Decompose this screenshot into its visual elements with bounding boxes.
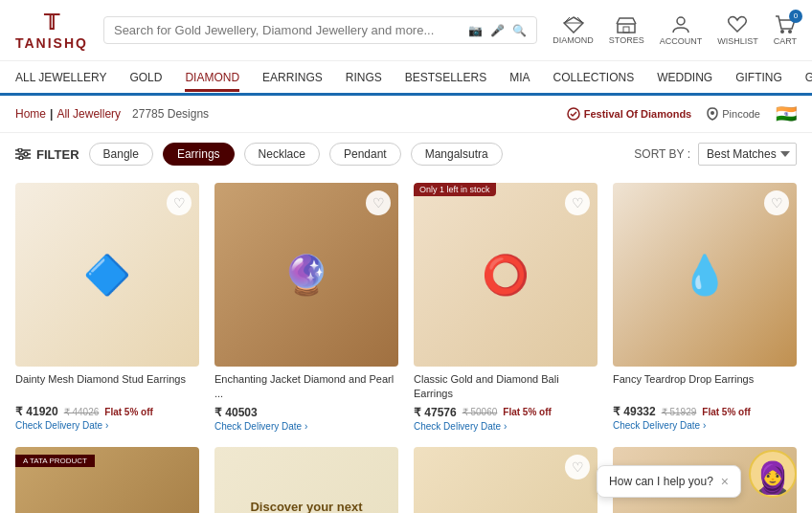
festival-badge[interactable]: Festival Of Diamonds [567,107,691,121]
delivery-link-1[interactable]: Check Delivery Date [15,420,102,431]
store-nav-icon[interactable]: STORES [609,16,644,45]
price-current-2: ₹ 40503 [214,406,258,419]
nav-wedding[interactable]: WEDDING [657,63,712,92]
product-card-3[interactable]: ⭕ Only 1 left in stock ♡ Classic Gold an… [406,175,605,439]
chat-close-button[interactable]: × [721,474,729,489]
filter-button[interactable]: FILTER [15,147,79,162]
price-current-3: ₹ 47576 [414,406,457,419]
svg-point-7 [780,30,784,33]
logo[interactable]: 𝕋 TANISHQ [15,11,88,51]
price-current-4: ₹ 49332 [613,405,656,418]
delivery-2[interactable]: Check Delivery Date › [214,421,398,432]
bottom-card-tata[interactable]: A TATA PRODUCT RECENTLY VIEWED 👁 [8,439,207,513]
nav-rings[interactable]: RINGS [346,63,382,92]
nav-bestsellers[interactable]: BESTSELLERS [405,63,486,92]
filter-tag-earrings[interactable]: Earrings [163,143,235,166]
search-bar[interactable]: 📷 🎤 🔍 [103,16,537,44]
nav-golden-harvest[interactable]: GOLDEN HARVEST [805,63,812,92]
price-row-1: ₹ 41920 ₹ 44026 Flat 5% off [15,405,199,418]
tata-image: A TATA PRODUCT RECENTLY VIEWED 👁 [15,447,199,513]
filter-tag-pendant[interactable]: Pendant [329,143,401,166]
product-info-4: Fancy Teardrop Drop Earrings ₹ 49332 ₹ 5… [613,367,797,431]
bottom-card-3[interactable]: ♡ [406,439,605,513]
product-image-3: ⭕ Only 1 left in stock ♡ [414,183,598,367]
sort-select[interactable]: Best Matches [698,143,797,166]
price-row-4: ₹ 49332 ₹ 51929 Flat 5% off [613,405,797,418]
filter-tag-bangle[interactable]: Bangle [89,143,153,166]
nav-collections[interactable]: COLLECTIONS [553,63,635,92]
header-nav-icons: DIAMOND STORES ACCOUNT WISHLIST 0 CART [553,15,797,46]
breadcrumb-home[interactable]: Home [15,107,46,121]
product-info-3: Classic Gold and Diamond Bali Earrings ₹… [414,367,598,432]
chat-avatar[interactable]: 🧕 [749,450,797,498]
diamond-label: DIAMOND [553,35,594,45]
delivery-4[interactable]: Check Delivery Date › [613,420,797,431]
filter-tag-necklace[interactable]: Necklace [244,143,320,166]
product-card-4[interactable]: 💧 ♡ Fancy Teardrop Drop Earrings ₹ 49332… [605,175,804,439]
logo-icon: 𝕋 [44,11,59,35]
svg-rect-5 [623,27,629,33]
product-name-3: Classic Gold and Diamond Bali Earrings [414,372,598,402]
india-flag-icon: 🇮🇳 [776,103,797,124]
price-row-2: ₹ 40503 [214,406,398,419]
product-card-1[interactable]: 🔷 ♡ Dainty Mesh Diamond Stud Earrings ₹ … [8,175,207,439]
cart-badge: 0 [789,10,802,23]
chat-message: How can I help you? [609,475,713,488]
price-original-4: ₹ 51929 [662,407,697,417]
wishlist-button-4[interactable]: ♡ [764,190,789,215]
search-input[interactable] [114,23,461,37]
delivery-3[interactable]: Check Delivery Date › [414,421,598,432]
wishlist-button-3[interactable]: ♡ [565,190,590,215]
svg-point-16 [19,156,23,160]
account-nav-icon[interactable]: ACCOUNT [660,15,703,46]
product-image-1: 🔷 ♡ [15,183,199,367]
product-image-4: 💧 ♡ [613,183,797,367]
price-row-3: ₹ 47576 ₹ 50060 Flat 5% off [414,406,598,419]
nav-earrings[interactable]: EARRINGS [262,63,323,92]
wishlist-button-2[interactable]: ♡ [366,190,391,215]
camera-icon[interactable]: 📷 [468,24,483,37]
sort-by-label: SORT BY : [634,147,690,161]
wishlist-button-5[interactable]: ♡ [565,455,590,480]
breadcrumb-category[interactable]: All Jewellery [56,107,121,121]
stock-badge-3: Only 1 left in stock [414,183,496,196]
svg-point-15 [24,152,28,156]
nav-all-jewellery[interactable]: ALL JEWELLERY [15,63,106,92]
main-nav: ALL JEWELLERY GOLD DIAMOND EARRINGS RING… [0,61,812,96]
delivery-link-3[interactable]: Check Delivery Date [414,421,501,432]
chat-bubble: How can I help you? × [597,465,741,498]
filter-tag-mangalsutra[interactable]: Mangalsutra [411,143,503,166]
delivery-link-2[interactable]: Check Delivery Date [214,421,302,432]
search-icon[interactable]: 🔍 [512,24,527,37]
svg-point-6 [677,17,685,25]
product-info-1: Dainty Mesh Diamond Stud Earrings ₹ 4192… [15,367,199,431]
discount-4: Flat 5% off [702,407,751,417]
wishlist-nav-icon[interactable]: WISHLIST [717,15,758,46]
bottom-card-discover[interactable]: Discover your next Jewel... [207,439,406,513]
festival-label: Festival Of Diamonds [584,108,691,120]
cart-nav-icon[interactable]: 0 CART [774,15,797,46]
svg-rect-4 [618,24,635,33]
svg-point-10 [710,111,714,115]
product-card-2[interactable]: 🔮 ♡ Enchanting Jacket Diamond and Pearl … [207,175,406,439]
nav-mia[interactable]: MIA [509,63,530,92]
nav-diamond[interactable]: DIAMOND [185,63,239,92]
breadcrumb-bar: Home | All Jewellery 27785 Designs Festi… [0,96,812,133]
product-name-4: Fancy Teardrop Drop Earrings [613,372,797,401]
delivery-1[interactable]: Check Delivery Date › [15,420,199,431]
price-current-1: ₹ 41920 [15,405,58,418]
filter-bar: FILTER Bangle Earrings Necklace Pendant … [0,133,812,175]
pincode[interactable]: Pincode [707,107,760,121]
nav-gifting[interactable]: GIFTING [735,63,782,92]
chat-avatar-icon: 🧕 [754,459,792,496]
nav-gold[interactable]: GOLD [129,63,162,92]
wishlist-button-1[interactable]: ♡ [167,190,192,215]
chat-widget: How can I help you? × 🧕 [597,450,797,498]
product-name-1: Dainty Mesh Diamond Stud Earrings [15,372,199,401]
mic-icon[interactable]: 🎤 [490,24,505,37]
breadcrumb-separator: | [50,107,53,121]
discover-image: Discover your next Jewel... [214,447,398,513]
svg-point-14 [18,148,22,152]
diamond-nav-icon[interactable]: DIAMOND [553,16,594,45]
delivery-link-4[interactable]: Check Delivery Date [613,420,700,431]
